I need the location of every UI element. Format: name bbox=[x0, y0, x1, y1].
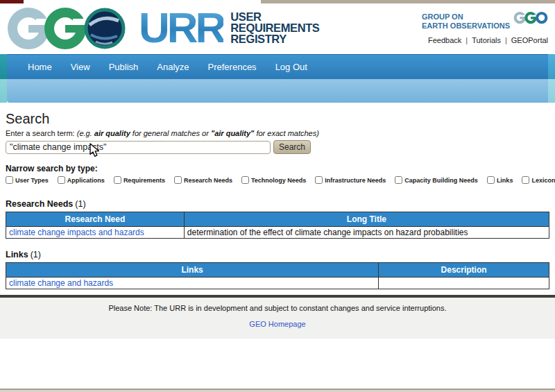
research-need-link[interactable]: climate change impacts and hazards bbox=[9, 228, 144, 237]
subnav-band bbox=[7, 79, 548, 103]
footer-note: Please Note: The URR is in development a… bbox=[0, 304, 555, 312]
search-input[interactable] bbox=[6, 141, 271, 154]
tutorials-link[interactable]: Tutorials bbox=[472, 36, 501, 44]
nav-item-preferences[interactable]: Preferences bbox=[208, 62, 257, 72]
checkbox-label: Lexicon bbox=[531, 177, 555, 184]
geo-small-logo-icon bbox=[513, 10, 548, 26]
geo-homepage-link[interactable]: GEO Homepage bbox=[249, 320, 305, 328]
nav-item-logout[interactable]: Log Out bbox=[275, 62, 307, 72]
filter-applications[interactable]: Applications bbox=[58, 176, 105, 184]
checkbox-links[interactable] bbox=[487, 176, 495, 184]
filter-technology-needs[interactable]: Technology Needs bbox=[241, 176, 306, 184]
nav-bar-primary: Home View Publish Analyze Preferences Lo… bbox=[0, 54, 555, 79]
filter-lexicon[interactable]: Lexicon bbox=[522, 176, 555, 184]
checkbox-lexicon[interactable] bbox=[522, 176, 529, 184]
research-needs-heading: Research Needs(1) bbox=[6, 199, 549, 209]
table-row: climate change impacts and hazards deter… bbox=[6, 227, 549, 239]
column-header-research-need: Research Need bbox=[6, 212, 185, 227]
geoportal-link[interactable]: GEOPortal bbox=[511, 36, 548, 44]
search-row: Search bbox=[6, 140, 549, 154]
header-link-separator: | bbox=[505, 36, 507, 44]
checkbox-label: Links bbox=[497, 177, 513, 184]
checkbox-infrastructure-needs[interactable] bbox=[315, 176, 323, 184]
checkbox-label: Requirements bbox=[123, 177, 165, 184]
checkbox-applications[interactable] bbox=[58, 176, 65, 184]
result-link[interactable]: climate change and hazards bbox=[9, 278, 113, 288]
filter-capacity-building-needs[interactable]: Capacity Building Needs bbox=[395, 176, 478, 184]
checkbox-user-types[interactable] bbox=[6, 176, 13, 184]
links-table: Links Description climate change and haz… bbox=[6, 262, 549, 289]
nav-item-home[interactable]: Home bbox=[28, 62, 52, 72]
subnav-left-accent bbox=[0, 79, 7, 103]
geo-logo-icon bbox=[7, 6, 132, 51]
filter-requirements[interactable]: Requirements bbox=[114, 176, 165, 184]
hint-example-open: (e.g. bbox=[77, 129, 94, 137]
subnav-right-accent bbox=[548, 79, 555, 103]
checkbox-label: Capacity Building Needs bbox=[404, 177, 478, 184]
checkbox-label: Research Needs bbox=[184, 177, 232, 184]
org-name-line1: GROUP ON bbox=[422, 12, 510, 22]
checkbox-research-needs[interactable] bbox=[174, 176, 182, 184]
section-count: (1) bbox=[75, 199, 85, 209]
footer: Please Note: The URR is in development a… bbox=[0, 295, 555, 339]
filter-research-needs[interactable]: Research Needs bbox=[174, 176, 232, 184]
link-cell: climate change and hazards bbox=[6, 278, 379, 289]
page: URR USER REQUIREMENTS REGISTRY GROUP ON … bbox=[0, 0, 555, 392]
links-heading: Links(1) bbox=[6, 250, 549, 259]
feedback-link[interactable]: Feedback bbox=[428, 36, 461, 44]
search-type-filters: User Types Applications Requirements Res… bbox=[6, 176, 549, 184]
hint-example-close: for exact matches) bbox=[254, 129, 319, 137]
table-row: climate change and hazards bbox=[6, 278, 549, 289]
urr-logo: URR USER REQUIREMENTS REGISTRY bbox=[139, 5, 319, 50]
hint-prefix: Enter a search term: bbox=[6, 129, 77, 137]
urr-subtitle-line1: USER bbox=[230, 11, 319, 22]
checkbox-label: Infrastructure Needs bbox=[325, 177, 386, 184]
nav-item-view[interactable]: View bbox=[71, 62, 90, 72]
nav-left-accent bbox=[0, 54, 7, 79]
section-count: (1) bbox=[31, 250, 41, 259]
org-block: GROUP ON EARTH OBSERVATIONS Feedback|Tut… bbox=[422, 10, 548, 44]
table-header-row: Research Need Long Title bbox=[6, 212, 549, 227]
narrow-search-label: Narrow search by type: bbox=[6, 164, 549, 173]
checkbox-label: Technology Needs bbox=[251, 177, 306, 184]
page-title: Search bbox=[6, 111, 549, 127]
checkbox-requirements[interactable] bbox=[114, 176, 121, 184]
urr-subtitle: USER REQUIREMENTS REGISTRY bbox=[230, 11, 319, 44]
column-header-description: Description bbox=[379, 263, 549, 278]
main-nav: Home View Publish Analyze Preferences Lo… bbox=[0, 54, 555, 103]
nav-item-analyze[interactable]: Analyze bbox=[157, 62, 189, 72]
org-name: GROUP ON EARTH OBSERVATIONS bbox=[422, 12, 510, 30]
long-title-cell: determination of the effect of climate c… bbox=[184, 227, 549, 239]
research-need-cell: climate change impacts and hazards bbox=[6, 227, 185, 239]
search-button[interactable]: Search bbox=[273, 140, 311, 154]
header-link-separator: | bbox=[466, 36, 468, 44]
filter-infrastructure-needs[interactable]: Infrastructure Needs bbox=[315, 176, 386, 184]
filter-user-types[interactable]: User Types bbox=[6, 176, 49, 184]
org-row: GROUP ON EARTH OBSERVATIONS bbox=[422, 10, 548, 30]
research-needs-table: Research Need Long Title climate change … bbox=[6, 212, 549, 239]
org-name-line2: EARTH OBSERVATIONS bbox=[422, 22, 510, 31]
hint-example-term2: "air quality" bbox=[211, 129, 254, 137]
urr-subtitle-line3: REGISTRY bbox=[230, 33, 319, 44]
content: Search Enter a search term: (e.g. air qu… bbox=[0, 103, 555, 295]
header-links: Feedback|Tutorials|GEOPortal bbox=[422, 36, 548, 44]
urr-subtitle-line2: REQUIREMENTS bbox=[230, 22, 319, 33]
checkbox-label: Applications bbox=[67, 177, 105, 184]
checkbox-label: User Types bbox=[15, 177, 49, 184]
filter-links[interactable]: Links bbox=[487, 176, 513, 184]
nav-menu: Home View Publish Analyze Preferences Lo… bbox=[7, 54, 548, 79]
description-cell bbox=[379, 278, 549, 289]
search-hint: Enter a search term: (e.g. air quality f… bbox=[6, 129, 549, 137]
column-header-long-title: Long Title bbox=[184, 212, 549, 227]
hint-example-mid: for general matches or bbox=[130, 129, 211, 137]
section-title: Links bbox=[6, 250, 28, 259]
checkbox-capacity-building-needs[interactable] bbox=[395, 176, 402, 184]
window-bottom-strip bbox=[0, 389, 555, 392]
hint-example-term1: air quality bbox=[94, 129, 130, 137]
nav-item-publish[interactable]: Publish bbox=[109, 62, 139, 72]
links-section: Links(1) Links Description climate chang… bbox=[6, 250, 549, 289]
section-title: Research Needs bbox=[6, 199, 73, 209]
column-header-links: Links bbox=[6, 263, 379, 278]
checkbox-technology-needs[interactable] bbox=[241, 176, 249, 184]
table-header-row: Links Description bbox=[6, 263, 549, 278]
